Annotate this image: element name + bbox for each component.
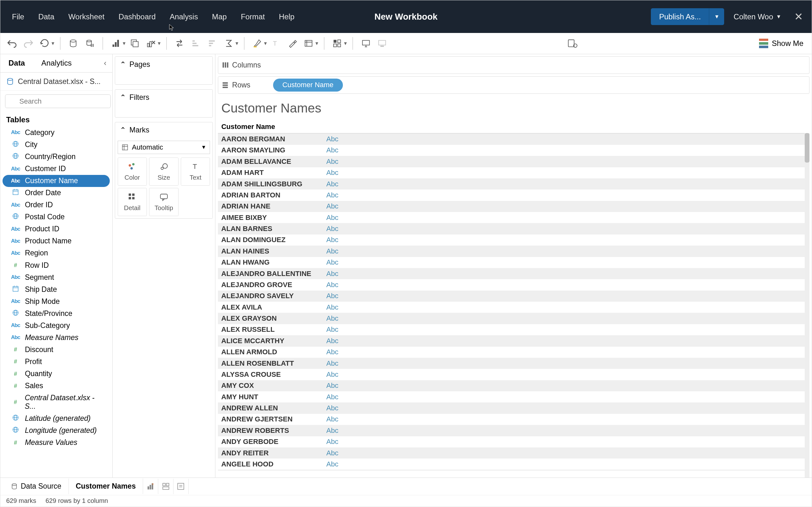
- field-customer-name[interactable]: AbcCustomer Name: [3, 175, 110, 187]
- publish-dropdown-caret[interactable]: ▼: [709, 8, 724, 25]
- table-row[interactable]: ANGELE HOODAbc: [218, 458, 809, 469]
- mark-type-select[interactable]: Automatic ▼: [118, 141, 210, 154]
- data-guide-icon[interactable]: [564, 35, 581, 52]
- field-order-id[interactable]: AbcOrder ID: [0, 199, 112, 211]
- table-row[interactable]: ALEJANDRO BALLENTINEAbc: [218, 268, 809, 279]
- search-input[interactable]: [5, 95, 111, 108]
- pages-shelf[interactable]: ⌃Pages: [115, 56, 213, 84]
- field-sub-category[interactable]: AbcSub-Category: [0, 320, 112, 331]
- scrollbar-thumb[interactable]: [805, 133, 809, 162]
- field-longitude-generated-[interactable]: Longitude (generated): [0, 425, 112, 437]
- field-postal-code[interactable]: Postal Code: [0, 211, 112, 223]
- table-row[interactable]: ALAN HWANGAbc: [218, 257, 809, 268]
- table-row[interactable]: AMY COXAbc: [218, 380, 809, 391]
- menu-analysis[interactable]: Analysis: [163, 6, 205, 27]
- swap-icon[interactable]: [171, 35, 188, 52]
- table-row[interactable]: ALICE MCCARTHYAbc: [218, 335, 809, 346]
- new-datasource-icon[interactable]: [65, 35, 82, 52]
- field-quantity[interactable]: #Quantity: [0, 368, 112, 380]
- field-segment[interactable]: AbcSegment: [0, 271, 112, 283]
- field-product-name[interactable]: AbcProduct Name: [0, 235, 112, 247]
- highlight-caret[interactable]: ▼: [263, 41, 268, 46]
- table-row[interactable]: ALEJANDRO SAVELYAbc: [218, 291, 809, 302]
- sheet-title[interactable]: Customer Names: [215, 94, 812, 120]
- table-row[interactable]: ALLEN ARMOLDAbc: [218, 347, 809, 358]
- table-row[interactable]: AARON BERGMANAbc: [218, 133, 809, 145]
- table-row[interactable]: ALEJANDRO GROVEAbc: [218, 279, 809, 290]
- field-ship-date[interactable]: Ship Date: [0, 283, 112, 295]
- field-country-region[interactable]: Country/Region: [0, 151, 112, 163]
- new-worksheet-caret[interactable]: ▼: [122, 41, 126, 46]
- table-row[interactable]: ALLEN ROSENBLATTAbc: [218, 358, 809, 369]
- field-measure-values[interactable]: #Measure Values: [0, 437, 112, 449]
- duplicate-icon[interactable]: [126, 35, 143, 52]
- user-menu[interactable]: Colten Woo ▼: [731, 9, 784, 25]
- pause-auto-updates-icon[interactable]: [82, 35, 98, 52]
- tab-analytics[interactable]: Analytics: [33, 54, 80, 72]
- tab-data-source[interactable]: Data Source: [4, 478, 68, 494]
- datasource-item[interactable]: Central Dataset.xlsx - S...: [0, 72, 112, 91]
- rows-shelf[interactable]: Rows Customer Name: [218, 76, 809, 94]
- replay-caret[interactable]: ▼: [50, 41, 55, 46]
- fix-axes-caret[interactable]: ▼: [343, 41, 348, 46]
- fit-caret[interactable]: ▼: [315, 41, 319, 46]
- table-row[interactable]: ANDY GERBODEAbc: [218, 436, 809, 447]
- redo-icon[interactable]: [20, 35, 37, 52]
- menu-worksheet[interactable]: Worksheet: [61, 6, 111, 27]
- mark-card-detail[interactable]: Detail: [118, 188, 147, 216]
- field-ship-mode[interactable]: AbcShip Mode: [0, 295, 112, 307]
- table-row[interactable]: ALEX GRAYSONAbc: [218, 313, 809, 324]
- collapse-pane-icon[interactable]: ‹: [98, 54, 112, 72]
- tab-data[interactable]: Data: [0, 54, 33, 72]
- format-icon[interactable]: [284, 35, 301, 52]
- column-header[interactable]: Customer Name: [221, 123, 275, 131]
- field-latitude-generated-[interactable]: Latitude (generated): [0, 412, 112, 425]
- clear-caret[interactable]: ▼: [157, 41, 162, 46]
- menu-file[interactable]: File: [5, 6, 32, 27]
- field-order-date[interactable]: Order Date: [0, 187, 112, 199]
- table-row[interactable]: ALEX RUSSELLAbc: [218, 324, 809, 335]
- mark-card-color[interactable]: Color: [118, 158, 147, 185]
- table-row[interactable]: ANDY REITERAbc: [218, 447, 809, 458]
- menu-data[interactable]: Data: [32, 6, 61, 27]
- table-row[interactable]: ADRIAN HANEAbc: [218, 201, 809, 212]
- field-state-province[interactable]: State/Province: [0, 307, 112, 320]
- menu-dashboard[interactable]: Dashboard: [112, 6, 163, 27]
- field-profit[interactable]: #Profit: [0, 355, 112, 368]
- field-row-id[interactable]: #Row ID: [0, 259, 112, 271]
- show-me-button[interactable]: Show Me: [754, 39, 808, 48]
- publish-as-button[interactable]: Publish As...: [651, 8, 709, 25]
- table-row[interactable]: AMY HUNTAbc: [218, 391, 809, 402]
- field-discount[interactable]: #Discount: [0, 343, 112, 355]
- new-story-tab-icon[interactable]: [173, 479, 189, 494]
- mark-card-text[interactable]: TText: [181, 158, 210, 185]
- field-region[interactable]: AbcRegion: [0, 247, 112, 259]
- totals-caret[interactable]: ▼: [235, 41, 239, 46]
- tab-sheet-customer-names[interactable]: Customer Names: [69, 478, 143, 494]
- table-row[interactable]: ALEX AVILAAbc: [218, 302, 809, 313]
- table-row[interactable]: ANDREW ALLENAbc: [218, 402, 809, 413]
- close-icon[interactable]: ✕: [791, 9, 807, 25]
- menu-help[interactable]: Help: [272, 6, 301, 27]
- table-row[interactable]: ADAM HARTAbc: [218, 167, 809, 178]
- new-worksheet-tab-icon[interactable]: +: [143, 479, 158, 494]
- table-row[interactable]: ANDREW ROBERTSAbc: [218, 425, 809, 436]
- pill-customer-name[interactable]: Customer Name: [273, 78, 343, 92]
- table-row[interactable]: AARON SMAYLINGAbc: [218, 145, 809, 156]
- undo-icon[interactable]: [4, 35, 20, 52]
- field-customer-id[interactable]: AbcCustomer ID: [0, 163, 112, 175]
- field-measure-names[interactable]: AbcMeasure Names: [0, 331, 112, 343]
- filters-shelf[interactable]: ⌃Filters: [115, 89, 213, 118]
- table-row[interactable]: ADAM BELLAVANCEAbc: [218, 156, 809, 167]
- field-city[interactable]: City: [0, 138, 112, 151]
- table-row[interactable]: ALAN DOMINGUEZAbc: [218, 234, 809, 245]
- field-product-id[interactable]: AbcProduct ID: [0, 223, 112, 235]
- table-row[interactable]: ADAM SHILLINGSBURGAbc: [218, 178, 809, 189]
- table-row[interactable]: ADRIAN BARTONAbc: [218, 189, 809, 201]
- presentation-icon[interactable]: [358, 35, 374, 52]
- field-category[interactable]: AbcCategory: [0, 126, 112, 138]
- menu-map[interactable]: Map: [205, 6, 234, 27]
- columns-shelf[interactable]: Columns: [218, 56, 809, 74]
- field-sales[interactable]: #Sales: [0, 380, 112, 392]
- table-row[interactable]: ALYSSA CROUSEAbc: [218, 369, 809, 380]
